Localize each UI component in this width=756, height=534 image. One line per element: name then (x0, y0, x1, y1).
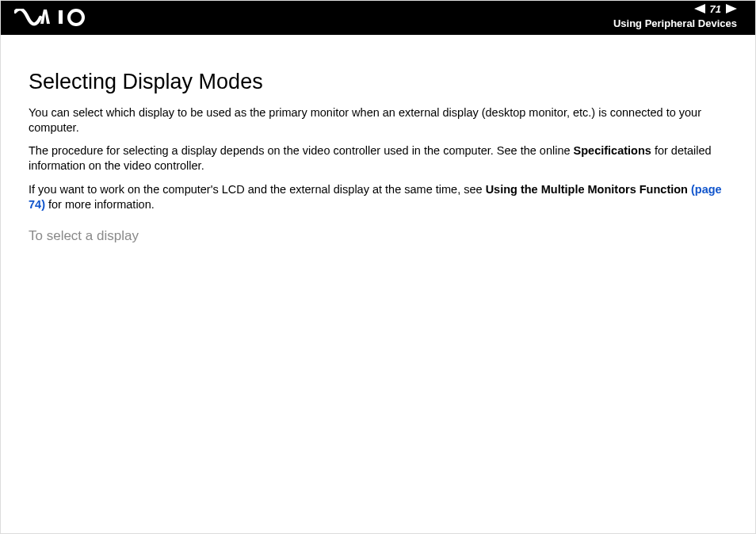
svg-rect-1 (59, 10, 63, 24)
header-nav: 71 Using Peripheral Devices (613, 2, 737, 29)
p2-text-a: The procedure for selecting a display de… (29, 144, 574, 157)
prev-page-icon[interactable] (694, 4, 705, 13)
p2-bold-specifications: Specifications (574, 144, 651, 157)
subheading-select-display: To select a display (29, 228, 727, 244)
page-content: Selecting Display Modes You can select w… (0, 35, 756, 244)
p3-text-a: If you want to work on the computer's LC… (29, 183, 486, 196)
page-number: 71 (710, 4, 721, 14)
p3-bold-function: Using the Multiple Monitors Function (486, 183, 688, 196)
header-section-title: Using Peripheral Devices (613, 17, 737, 29)
paragraph-1: You can select which display to be used … (29, 105, 727, 135)
header-bar: 71 Using Peripheral Devices (0, 0, 756, 35)
p3-text-b: for more information. (45, 198, 155, 211)
svg-point-2 (69, 10, 83, 25)
svg-marker-3 (694, 4, 705, 13)
paragraph-3: If you want to work on the computer's LC… (29, 182, 727, 212)
svg-marker-4 (726, 4, 737, 13)
vaio-logo (14, 9, 94, 26)
page-heading: Selecting Display Modes (29, 70, 727, 94)
paragraph-2: The procedure for selecting a display de… (29, 143, 727, 174)
next-page-icon[interactable] (726, 4, 737, 13)
